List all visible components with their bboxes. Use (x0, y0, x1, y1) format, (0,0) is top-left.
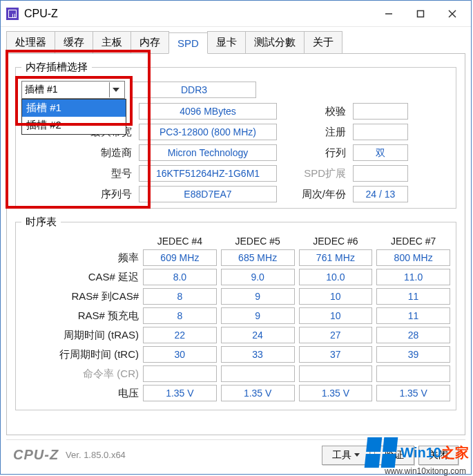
timing-label: 周期时间 (tRAS) (21, 329, 139, 342)
timing-cell: 9 (221, 307, 295, 324)
timing-cell: 685 MHz (221, 249, 295, 266)
timing-cell: 28 (376, 327, 450, 343)
timing-cell: 9.0 (221, 269, 295, 285)
svg-rect-1 (418, 10, 424, 17)
footer-version: Ver. 1.85.0.x64 (66, 450, 126, 460)
slot-select-legend: 内存插槽选择 (21, 61, 92, 74)
reg-label: 注册 (284, 126, 346, 139)
timing-cell (221, 365, 295, 382)
tab-caches[interactable]: 缓存 (55, 31, 93, 53)
timing-cell: 11 (376, 307, 450, 324)
serial-label: 序列号 (21, 188, 132, 201)
timing-label: 行周期时间 (tRC) (21, 348, 139, 361)
timing-cell: 33 (221, 346, 295, 363)
jedec-col-2: JEDEC #6 (299, 236, 373, 247)
tab-bar: 处理器 缓存 主板 内存 SPD 显卡 测試分數 关于 (1, 27, 471, 53)
spdext-value (353, 165, 408, 182)
jedec-col-1: JEDEC #5 (221, 236, 295, 247)
watermark-url: www.win10xitong.com (385, 466, 466, 476)
tab-content: 内存插槽选择 插槽 #1 插槽 #1 插槽 #2 DDR3 模块大小 4096 … (6, 53, 465, 435)
timings-group: 时序表 JEDEC #4 JEDEC #5 JEDEC #6 JEDEC #7 … (15, 216, 456, 410)
tab-graphics[interactable]: 显卡 (207, 31, 246, 53)
tools-button[interactable]: 工具 (322, 446, 370, 465)
timing-cell: 609 MHz (143, 249, 217, 266)
week-label: 周次/年份 (284, 188, 346, 201)
timing-cell: 11 (376, 288, 450, 305)
slot-option-2[interactable]: 插槽 #2 (22, 117, 126, 134)
jedec-col-3: JEDEC #7 (376, 236, 450, 247)
tab-memory[interactable]: 内存 (131, 31, 169, 53)
slot-combo-value: 插槽 #1 (25, 84, 57, 96)
tab-cpu[interactable]: 处理器 (6, 31, 55, 53)
timing-row: RAS# 预充电891011 (21, 307, 450, 324)
timing-cell: 9 (221, 288, 295, 305)
timing-label: RAS# 预充电 (21, 310, 139, 323)
watermark: Win10之家 (366, 437, 469, 468)
timing-cell: 8 (143, 307, 217, 324)
timing-cell: 8 (143, 288, 217, 305)
timing-cell: 800 MHz (376, 249, 450, 266)
week-value: 24 / 13 (353, 186, 408, 202)
timing-cell: 39 (376, 346, 450, 363)
timing-row: 命令率 (CR) (21, 365, 450, 382)
timing-label: CAS# 延迟 (21, 271, 139, 284)
timing-cell: 30 (143, 346, 217, 363)
timing-cell: 10 (299, 288, 373, 305)
tab-bench[interactable]: 测試分數 (245, 31, 305, 53)
timing-cell: 27 (299, 327, 373, 343)
slot-combo[interactable]: 插槽 #1 插槽 #1 插槽 #2 (21, 81, 125, 99)
timing-cell: 24 (221, 327, 295, 343)
minimize-button[interactable] (373, 3, 405, 24)
model-value: 16KTF51264HZ-1G6M1 (139, 165, 277, 182)
chevron-down-icon (354, 453, 360, 459)
slot-option-1[interactable]: 插槽 #1 (22, 99, 126, 117)
window-title: CPU-Z (24, 8, 373, 20)
check-label: 校验 (284, 105, 346, 118)
app-icon (6, 8, 19, 20)
timing-cell: 1.35 V (376, 385, 450, 401)
windows-logo-icon (365, 437, 398, 468)
timings-header: JEDEC #4 JEDEC #5 JEDEC #6 JEDEC #7 (21, 236, 450, 247)
rank-value: 双 (353, 144, 408, 161)
maxbw-value: PC3-12800 (800 MHz) (139, 124, 277, 140)
timing-cell: 1.35 V (299, 385, 373, 401)
slot-select-group: 内存插槽选择 插槽 #1 插槽 #1 插槽 #2 DDR3 模块大小 4096 … (15, 61, 456, 209)
timing-cell (299, 365, 373, 382)
memory-type-box: DDR3 (132, 82, 256, 98)
timing-label: 频率 (21, 251, 139, 265)
timing-cell: 1.35 V (221, 385, 295, 401)
timing-cell: 761 MHz (299, 249, 373, 266)
timing-row: 电压1.35 V1.35 V1.35 V1.35 V (21, 385, 450, 401)
timing-cell: 10.0 (299, 269, 373, 285)
timing-cell: 37 (299, 346, 373, 363)
timing-row: RAS# 到CAS#891011 (21, 288, 450, 305)
mfg-label: 制造商 (21, 146, 132, 160)
footer-brand: CPU-Z (13, 447, 59, 463)
titlebar: CPU-Z (1, 1, 471, 27)
reg-value (353, 124, 408, 140)
tab-about[interactable]: 关于 (304, 31, 342, 53)
tab-spd[interactable]: SPD (168, 32, 208, 54)
check-value (353, 103, 408, 120)
chevron-down-icon (109, 82, 122, 97)
timing-cell (376, 365, 450, 382)
timing-cell: 1.35 V (143, 385, 217, 401)
rank-label: 行列 (284, 146, 346, 160)
slot-dropdown: 插槽 #1 插槽 #2 (21, 99, 126, 135)
serial-value: E88D7EA7 (139, 186, 277, 202)
module-size: 4096 MBytes (139, 103, 277, 120)
timing-row: CAS# 延迟8.09.010.011.0 (21, 269, 450, 285)
tab-mainboard[interactable]: 主板 (93, 31, 131, 53)
maximize-button[interactable] (405, 3, 436, 24)
timing-row: 行周期时间 (tRC)30333739 (21, 346, 450, 363)
close-button[interactable] (436, 3, 468, 24)
timing-label: 电压 (21, 387, 139, 400)
timing-cell: 22 (143, 327, 217, 343)
timing-label: 命令率 (CR) (21, 368, 139, 381)
timing-cell: 8.0 (143, 269, 217, 285)
timing-row: 频率609 MHz685 MHz761 MHz800 MHz (21, 249, 450, 266)
timing-cell: 11.0 (376, 269, 450, 285)
spdext-label: SPD扩展 (284, 167, 346, 180)
jedec-col-0: JEDEC #4 (143, 236, 217, 247)
timing-row: 周期时间 (tRAS)22242728 (21, 327, 450, 343)
